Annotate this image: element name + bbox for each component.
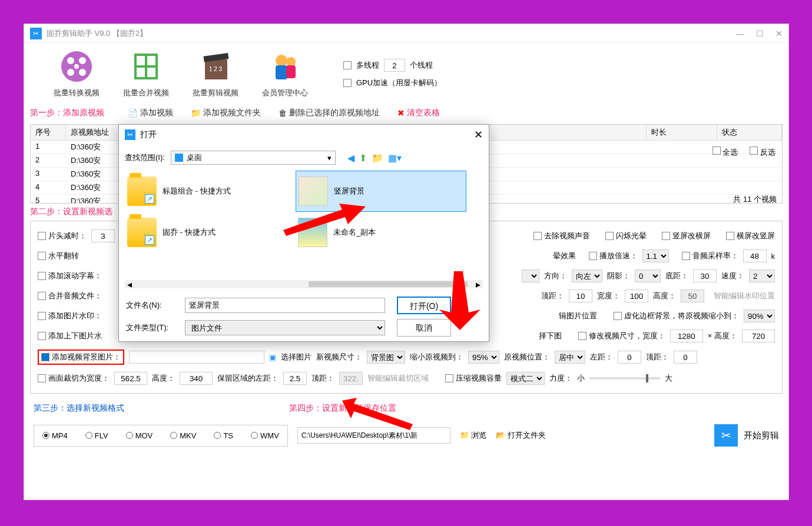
minimize-button[interactable]: — <box>736 29 744 38</box>
delete-selected-button[interactable]: 🗑删除已选择的原视频地址 <box>279 108 380 118</box>
dialog-close-button[interactable]: ✕ <box>474 128 483 141</box>
browse-button[interactable]: 📁 浏览 <box>460 430 487 441</box>
crop-h-label: 高度： <box>152 373 175 384</box>
main-toolbar: 批量转换视频 批量合并视频 1 2 3 批量剪辑视频 会员管理中心 多线程 个线… <box>24 43 788 104</box>
convert-video-button[interactable]: 批量转换视频 <box>54 49 100 98</box>
orig-pos-select[interactable]: 居中 <box>555 351 585 364</box>
shrink-select[interactable]: 95% <box>468 351 499 364</box>
remove-audio-checkbox[interactable]: 去除视频声音 <box>533 231 590 241</box>
annotation-arrow <box>436 271 483 330</box>
edit-video-button[interactable]: 1 2 3 批量剪辑视频 <box>193 49 238 98</box>
crop-checkbox[interactable]: 画面裁切为宽度： <box>38 373 110 384</box>
top-dist-input[interactable] <box>569 289 592 302</box>
svg-rect-7 <box>137 56 145 65</box>
height-input[interactable] <box>681 289 704 302</box>
flash-checkbox[interactable]: 闪烁光晕 <box>605 231 647 241</box>
multithread-checkbox[interactable] <box>343 61 352 69</box>
people-icon <box>267 50 303 83</box>
compress-checkbox[interactable]: 压缩视频容量 <box>445 373 502 384</box>
clear-table-button[interactable]: ✖清空表格 <box>397 108 440 118</box>
nav-up-icon[interactable]: ⬆ <box>359 152 367 164</box>
format-mov-radio[interactable]: MOV <box>126 431 153 440</box>
start-edit-button[interactable]: ✂ 开始剪辑 <box>714 424 779 447</box>
head-trim-input[interactable] <box>91 229 115 242</box>
left-dist-input[interactable] <box>618 351 641 364</box>
play-speed-select[interactable]: 1.1 <box>642 249 669 262</box>
new-size-select[interactable]: 背景图 <box>367 351 405 364</box>
add-bg-img-checkbox[interactable]: 添加视频背景图片： <box>41 352 121 362</box>
keep-left-input[interactable] <box>283 372 307 385</box>
crop-h-input[interactable] <box>180 372 213 385</box>
step3-label: 第三步：选择新视频格式 <box>34 403 124 414</box>
resize-w-input[interactable] <box>670 329 703 342</box>
bottom-dist-input[interactable] <box>693 269 717 282</box>
look-in-label: 查找范围(I): <box>125 152 165 163</box>
folder-icon: 📂 <box>496 431 505 440</box>
audio-rate-checkbox[interactable]: 音频采样率： <box>682 251 738 261</box>
new-size-label: 新视频尺寸： <box>316 352 362 362</box>
resize-h-input[interactable] <box>742 329 775 342</box>
crop-w-input[interactable] <box>114 372 147 385</box>
audio-rate-input[interactable] <box>743 249 767 262</box>
compress-mode-select[interactable]: 模式二 <box>506 372 545 385</box>
nav-back-icon[interactable]: ◀ <box>347 152 354 164</box>
look-in-select[interactable]: 桌面 ▾ <box>171 151 336 165</box>
scroll-text-checkbox[interactable]: 添加滚动字幕： <box>38 271 102 281</box>
keep-top-input[interactable] <box>339 372 363 385</box>
svg-rect-15 <box>276 65 287 79</box>
maximize-button[interactable]: ☐ <box>756 29 764 38</box>
speed-label: 速度： <box>721 271 744 281</box>
scissors-icon: ✂ <box>714 424 738 447</box>
color-select[interactable] <box>522 269 539 282</box>
add-img-wm-checkbox[interactable]: 添加图片水印： <box>38 311 102 321</box>
select-img-button[interactable]: 选择图片 <box>281 352 311 362</box>
add-ud-img-checkbox[interactable]: 添加上下图片水 <box>38 331 102 341</box>
file-scrollbar[interactable]: ◂ ▸ <box>125 280 483 288</box>
member-center-button[interactable]: 会员管理中心 <box>262 49 308 98</box>
svg-point-2 <box>79 57 86 64</box>
head-trim-checkbox[interactable]: 片头减时： <box>38 231 87 241</box>
gpu-checkbox[interactable] <box>343 79 352 87</box>
add-folder-button[interactable]: 📁添加视频文件夹 <box>191 108 261 118</box>
top-dist2-input[interactable] <box>674 351 697 364</box>
nav-view-icon[interactable]: ▦▾ <box>388 152 402 164</box>
bg-img-path-input[interactable] <box>129 351 264 364</box>
main-window: ✂ 固乔剪辑助手 V9.0 【固乔2】 — ☐ ✕ 批量转换视频 批量合并视频 … <box>24 24 789 500</box>
width-input[interactable] <box>625 289 648 302</box>
shadow-select[interactable]: 0 <box>635 269 661 282</box>
format-mp4-radio[interactable]: MP4 <box>42 431 68 440</box>
format-mkv-radio[interactable]: MKV <box>170 431 196 440</box>
filetype-select[interactable]: 图片文件 <box>185 320 385 335</box>
blur-border-checkbox[interactable]: 虚化边框背景，将原视频缩小到： <box>614 311 739 321</box>
close-button[interactable]: ✕ <box>775 29 783 38</box>
v2h-checkbox[interactable]: 竖屏改横屏 <box>662 231 711 241</box>
force-slider[interactable] <box>589 377 660 379</box>
h2v-checkbox[interactable]: 横屏改竖屏 <box>726 231 775 241</box>
format-wmv-radio[interactable]: WMV <box>251 431 279 440</box>
filename-input[interactable] <box>185 298 385 313</box>
force-small-label: 小 <box>577 373 585 384</box>
add-video-button[interactable]: 📄添加视频 <box>128 108 173 118</box>
format-ts-radio[interactable]: TS <box>214 431 233 440</box>
nav-new-folder-icon[interactable]: 📁 <box>372 152 383 164</box>
play-speed-checkbox[interactable]: 播放倍速： <box>589 251 638 261</box>
format-flv-radio[interactable]: FLV <box>85 431 108 440</box>
merge-video-button[interactable]: 批量合并视频 <box>123 49 169 98</box>
width-label: 宽度： <box>597 291 620 301</box>
choose-below-label: 择下图 <box>539 331 562 341</box>
smart-wm-label: 智能编辑水印位置 <box>714 291 775 301</box>
invert-select-checkbox[interactable]: 反选 <box>750 147 775 158</box>
svg-marker-18 <box>283 204 366 236</box>
direction-select[interactable]: 向左 <box>572 269 602 282</box>
open-folder-button[interactable]: 📂 打开文件夹 <box>496 430 546 441</box>
file-item-shortcut2[interactable]: ↗ 固乔 - 快捷方式 <box>125 212 296 253</box>
merge-audio-checkbox[interactable]: 合并音频文件： <box>38 291 102 301</box>
select-all-checkbox[interactable]: 全选 <box>712 147 738 158</box>
thread-count-input[interactable] <box>384 59 405 72</box>
svg-point-3 <box>67 69 74 76</box>
blur-border-select[interactable]: 90% <box>744 309 775 322</box>
resize-checkbox[interactable]: 修改视频尺寸，宽度： <box>578 331 665 341</box>
speed-select[interactable]: 2 <box>749 269 775 282</box>
file-item-shortcut1[interactable]: ↗ 标题组合 - 快捷方式 <box>125 171 296 212</box>
hflip-checkbox[interactable]: 水平翻转 <box>38 251 79 261</box>
